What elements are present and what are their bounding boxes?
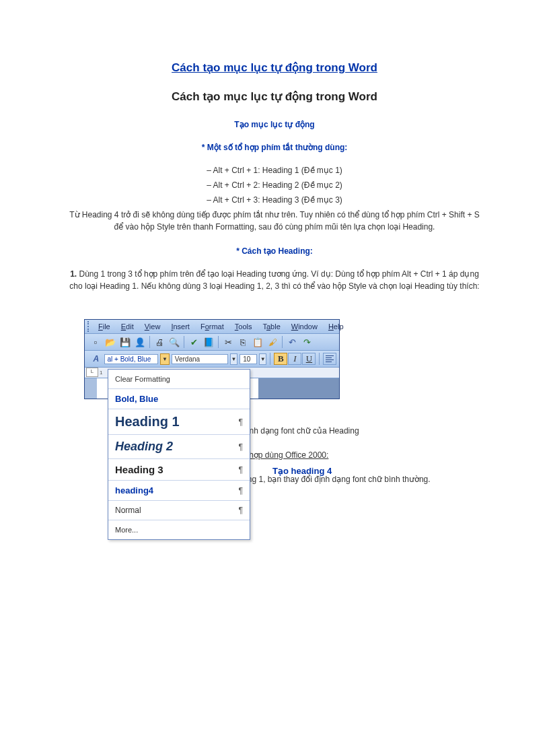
toolbar-separator (319, 353, 320, 365)
style-selector[interactable]: al + Bold, Blue (104, 354, 158, 364)
style-option-label: Bold, Blue (115, 394, 158, 404)
paragraph-after-shortcuts: Từ Heading 4 trở đi sẽ không dùng tiếp đ… (64, 209, 485, 233)
standard-toolbar: ▫ 📂 💾 👤 🖨 🔍 ✔ 📘 ✂ ⎘ 📋 🖌 ↶ ↷ (85, 334, 339, 351)
shortcut-line-2: – Alt + Ctrl + 2: Heading 2 (Đề mục 2) (64, 179, 485, 191)
menu-view[interactable]: View (139, 321, 166, 332)
menu-bar: File Edit View Insert Format Tools Table… (85, 320, 339, 334)
style-option-label: Clear Formatting (115, 375, 170, 383)
style-option-clear-formatting[interactable]: Clear Formatting (108, 370, 250, 389)
cut-icon[interactable]: ✂ (221, 335, 235, 349)
underline-button[interactable]: U (302, 353, 316, 365)
research-icon[interactable]: 📘 (202, 335, 215, 349)
style-dropdown-arrow-icon[interactable]: ▼ (160, 353, 170, 365)
pilcrow-icon: ¶ (239, 442, 243, 452)
style-dropdown-list: Clear Formatting Bold, Blue Heading 1 ¶ … (108, 369, 250, 540)
style-option-heading-3[interactable]: Heading 3 ¶ (108, 459, 250, 481)
align-left-icon[interactable] (323, 353, 336, 365)
save-icon[interactable]: 💾 (118, 335, 132, 349)
step-1-number: 1. (70, 269, 77, 279)
pilcrow-icon: ¶ (239, 417, 243, 427)
toolbar-separator (149, 336, 150, 348)
menu-file[interactable]: File (93, 321, 116, 332)
format-painter-icon[interactable]: 🖌 (266, 335, 279, 349)
redo-icon[interactable]: ↷ (300, 335, 314, 349)
print-icon[interactable]: 🖨 (153, 335, 166, 349)
font-selector[interactable]: Verdana (172, 354, 228, 364)
size-dropdown-arrow-icon[interactable]: ▼ (259, 353, 267, 365)
menu-tools[interactable]: Tools (229, 321, 258, 332)
menu-table[interactable]: Table (257, 321, 285, 332)
style-option-label: Heading 1 (115, 414, 180, 429)
style-option-normal[interactable]: Normal ¶ (108, 501, 250, 520)
italic-button[interactable]: I (288, 353, 301, 365)
style-option-label: Heading 2 (115, 440, 173, 454)
shortcut-line-3: – Alt + Ctrl + 3: Heading 3 (Đề mục 3) (64, 194, 485, 206)
section-auto-toc: Tạo mục lục tự động (64, 120, 485, 129)
biu-group: B I U (274, 353, 316, 365)
paste-icon[interactable]: 📋 (251, 335, 264, 349)
vertical-ruler (85, 378, 97, 399)
section-create-heading: * Cách tạo Heading: (64, 246, 485, 256)
page-title: Cách tạo mục lục tự động trong Word (64, 90, 485, 104)
shortcut-line-1: – Alt + Ctrl + 1: Heading 1 (Đề mục 1) (64, 164, 485, 176)
pilcrow-icon: ¶ (239, 486, 243, 495)
styles-pane-icon[interactable]: A (89, 352, 102, 366)
toolbar-separator (270, 353, 270, 365)
step-1-text: Dùng 1 trong 3 tổ hợp phím trên để tạo l… (69, 269, 479, 291)
tab-selector-icon[interactable]: L (86, 368, 98, 377)
print-preview-icon[interactable]: 🔍 (168, 335, 181, 349)
style-option-heading-4[interactable]: heading4 ¶ (108, 481, 250, 501)
pilcrow-icon: ¶ (239, 506, 243, 515)
menu-insert[interactable]: Insert (166, 321, 195, 332)
style-option-bold-blue[interactable]: Bold, Blue (108, 389, 250, 409)
copy-icon[interactable]: ⎘ (236, 335, 250, 349)
word-screenshot: File Edit View Insert Format Tools Table… (84, 319, 353, 399)
open-icon[interactable]: 📂 (104, 335, 117, 349)
pilcrow-icon: ¶ (239, 465, 243, 475)
page-title-link[interactable]: Cách tạo mục lục tự động trong Word (64, 61, 485, 75)
font-size-selector[interactable]: 10 (240, 354, 257, 364)
toolbar-grip-icon (87, 321, 89, 332)
style-option-label: More... (115, 526, 138, 534)
bold-button[interactable]: B (274, 353, 287, 365)
font-dropdown-arrow-icon[interactable]: ▼ (230, 353, 238, 365)
style-option-more[interactable]: More... (108, 520, 250, 539)
spellcheck-icon[interactable]: ✔ (187, 335, 200, 349)
annotation-create-heading-4: Tạo heading 4 (272, 466, 332, 476)
new-doc-icon[interactable]: ▫ (89, 335, 102, 349)
toolbar-separator (282, 336, 283, 348)
permission-icon[interactable]: 👤 (133, 335, 147, 349)
style-option-heading-2[interactable]: Heading 2 ¶ (108, 435, 250, 459)
style-option-label: heading4 (115, 485, 153, 495)
step-1: 1. Dùng 1 trong 3 tổ hợp phím trên để tạ… (64, 268, 485, 292)
formatting-toolbar: A al + Bold, Blue ▼ Verdana ▼ 10 ▼ B I U (85, 351, 339, 368)
ruler-tick: 1 (100, 370, 102, 376)
section-shortcuts: * Một số tổ hợp phím tắt thường dùng: (64, 143, 485, 152)
style-option-label: Normal (115, 506, 141, 515)
menu-help[interactable]: Help (323, 321, 349, 332)
menu-edit[interactable]: Edit (116, 321, 139, 332)
menu-window[interactable]: Window (286, 321, 323, 332)
undo-icon[interactable]: ↶ (285, 335, 299, 349)
style-option-label: Heading 3 (115, 464, 163, 475)
toolbar-separator (184, 336, 184, 348)
menu-format[interactable]: Format (195, 321, 229, 332)
toolbar-separator (218, 336, 219, 348)
style-option-heading-1[interactable]: Heading 1 ¶ (108, 409, 250, 435)
